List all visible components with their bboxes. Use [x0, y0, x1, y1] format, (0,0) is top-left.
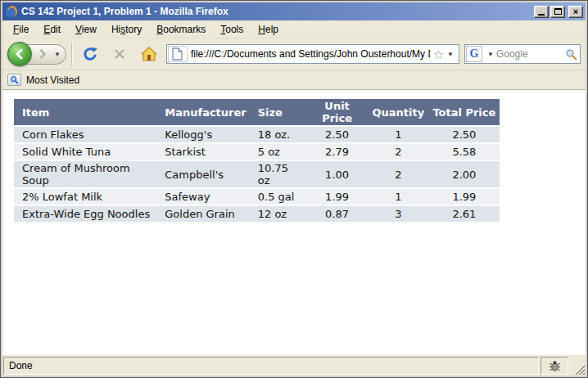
menu-edit[interactable]: Edit	[36, 22, 68, 37]
menu-bar: FileEditViewHistoryBookmarksToolsHelp	[2, 20, 586, 38]
table-cell: 1	[368, 127, 429, 142]
title-bar[interactable]: CS 142 Project 1, Problem 1 - Mozilla Fi…	[2, 2, 586, 20]
table-cell: 2.50	[429, 127, 500, 142]
menu-file[interactable]: File	[6, 22, 36, 37]
forward-button[interactable]	[34, 47, 52, 62]
table-cell: 2.00	[429, 161, 500, 187]
table-cell: 10.75 oz	[250, 161, 307, 187]
url-dropdown-arrow[interactable]: ▼	[447, 51, 454, 58]
column-header-quantity: Quantity	[368, 99, 429, 125]
reload-icon	[82, 46, 98, 62]
menu-view[interactable]: View	[68, 22, 104, 37]
status-text-panel: Done	[3, 357, 539, 375]
back-arrow-icon	[14, 48, 25, 60]
table-row: Solid White TunaStarkist5 oz2.7925.58	[14, 144, 500, 160]
menu-help[interactable]: Help	[251, 22, 286, 37]
maximize-icon	[554, 8, 562, 15]
back-history-dropdown[interactable]: ▼	[54, 51, 61, 58]
bookmark-label: Most Visited	[26, 74, 79, 86]
back-button[interactable]	[7, 42, 32, 66]
home-button[interactable]	[137, 42, 161, 66]
table-cell: 18 oz.	[250, 127, 307, 142]
table-cell: Safeway	[156, 189, 249, 205]
status-text: Done	[9, 360, 33, 371]
table-cell: 12 oz	[250, 206, 307, 222]
bookmarks-toolbar: Most Visited	[2, 70, 586, 90]
table-cell: 1.99	[429, 189, 500, 205]
forward-arrow-icon	[38, 49, 47, 59]
resize-grip-icon	[572, 362, 585, 375]
table-cell: Corn Flakes	[14, 127, 156, 142]
table-header-row: ItemManufacturerSizeUnit PriceQuantityTo…	[14, 99, 500, 125]
firefox-icon	[5, 5, 18, 18]
search-input[interactable]: Google	[496, 48, 563, 60]
firebug-icon	[549, 360, 561, 372]
table-cell: Solid White Tuna	[14, 144, 156, 160]
status-bar: Done	[2, 354, 586, 376]
table-cell: 5.58	[429, 144, 500, 160]
toolbar-separator	[71, 43, 73, 65]
column-header-size: Size	[250, 99, 307, 125]
menu-bookmarks[interactable]: Bookmarks	[149, 22, 213, 37]
table-cell: Kellogg's	[156, 127, 249, 142]
navigation-toolbar: ▼ ✕ file:///C:/Documents	[2, 38, 586, 70]
close-button[interactable]: ×	[568, 6, 583, 18]
page-favicon	[168, 46, 188, 62]
home-icon	[141, 47, 157, 61]
reload-button[interactable]	[78, 42, 102, 66]
bookmark-star-icon[interactable]: ☆	[433, 48, 444, 61]
most-visited-icon	[7, 74, 21, 86]
table-cell: Extra-Wide Egg Noodles	[14, 206, 156, 222]
table-cell: 2% Lowfat Milk	[14, 189, 156, 205]
table-cell: Starkist	[156, 144, 249, 160]
table-cell: 2.50	[306, 127, 367, 142]
window-title: CS 142 Project 1, Problem 1 - Mozilla Fi…	[21, 6, 531, 17]
back-forward-group: ▼	[7, 44, 66, 65]
table-cell: 2	[368, 161, 429, 187]
table-cell: 2	[368, 144, 429, 160]
minimize-icon	[538, 14, 545, 16]
menu-tools[interactable]: Tools	[213, 22, 251, 37]
table-cell: 2.61	[429, 206, 500, 222]
blank-page-icon	[172, 47, 183, 61]
menu-history[interactable]: History	[104, 22, 149, 37]
table-cell: 5 oz	[250, 144, 307, 160]
addon-status-panel[interactable]	[541, 357, 568, 375]
search-magnifier-icon[interactable]	[565, 48, 577, 61]
table-row: Cream of Mushroom SoupCampbell's10.75 oz…	[14, 161, 500, 187]
search-box[interactable]: G ▼ Google	[464, 44, 581, 64]
search-engine-icon[interactable]: G	[466, 46, 482, 62]
table-cell: 2.79	[306, 144, 367, 160]
table-cell: 1.00	[306, 161, 367, 187]
bookmark-item-most-visited[interactable]: Most Visited	[7, 74, 79, 86]
column-header-item: Item	[14, 99, 156, 125]
stop-x-icon: ✕	[113, 47, 126, 62]
close-icon: ×	[573, 7, 578, 16]
stop-button[interactable]: ✕	[107, 42, 132, 66]
column-header-manufacturer: Manufacturer	[156, 99, 249, 125]
column-header-total-price: Total Price	[429, 99, 500, 125]
address-bar[interactable]: file:///C:/Documents and Settings/John O…	[166, 44, 459, 64]
minimize-button[interactable]	[534, 6, 549, 18]
table-cell: 1	[368, 189, 429, 205]
table-row: 2% Lowfat MilkSafeway0.5 gal1.9911.99	[14, 189, 500, 205]
table-cell: 0.87	[306, 206, 367, 222]
page-content: ItemManufacturerSizeUnit PriceQuantityTo…	[2, 90, 586, 354]
column-header-unit-price: Unit Price	[306, 99, 367, 125]
url-input[interactable]: file:///C:/Documents and Settings/John O…	[191, 48, 430, 60]
search-engine-dropdown[interactable]: ▼	[487, 51, 494, 58]
browser-window: CS 142 Project 1, Problem 1 - Mozilla Fi…	[0, 0, 588, 378]
table-body: Corn FlakesKellogg's18 oz.2.5012.50Solid…	[14, 127, 500, 222]
resize-grip[interactable]	[570, 357, 585, 375]
table-cell: 0.5 gal	[250, 189, 307, 205]
table-cell: 3	[368, 206, 429, 222]
table-row: Extra-Wide Egg NoodlesGolden Grain12 oz0…	[14, 206, 500, 222]
table-cell: Campbell's	[156, 161, 249, 187]
maximize-button[interactable]	[550, 6, 565, 18]
grocery-table: ItemManufacturerSizeUnit PriceQuantityTo…	[14, 97, 500, 223]
table-cell: Cream of Mushroom Soup	[14, 161, 156, 187]
table-cell: Golden Grain	[156, 206, 249, 222]
table-row: Corn FlakesKellogg's18 oz.2.5012.50	[14, 127, 500, 142]
table-cell: 1.99	[306, 189, 367, 205]
